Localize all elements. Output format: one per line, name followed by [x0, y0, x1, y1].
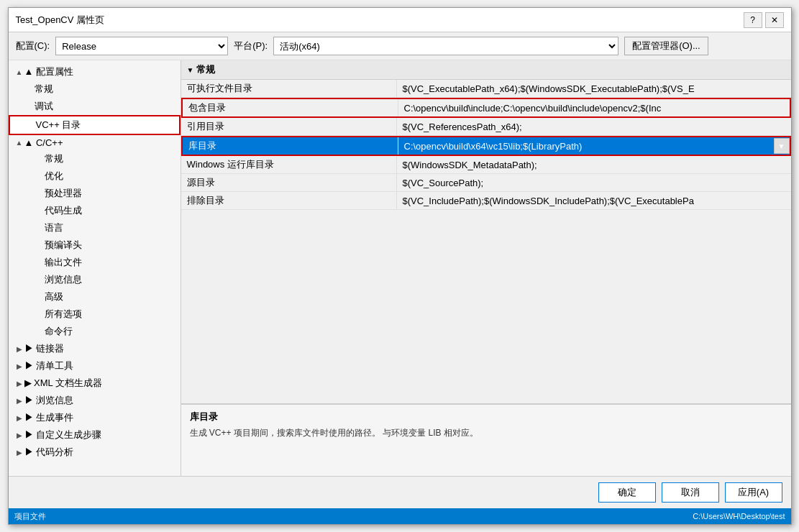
title-bar: Test_OpenCV 属性页 ? ✕	[9, 8, 791, 32]
tree-item-cpp-cmdline[interactable]: 命令行	[9, 323, 181, 340]
prop-name-win-runtime: Windows 运行库目录	[181, 156, 397, 173]
tree-item-cpp-lang[interactable]: 语言	[9, 219, 181, 237]
prop-row-win-runtime[interactable]: Windows 运行库目录$(WindowsSDK_MetadataPath);	[181, 156, 791, 174]
description-panel: 库目录 生成 VC++ 项目期间，搜索库文件时使用的路径。 与环境变量 LIB …	[181, 404, 791, 476]
prop-row-exec-path[interactable]: 可执行文件目录$(VC_ExecutablePath_x64);$(Window…	[181, 80, 791, 98]
prop-value-exclude-dirs: $(VC_IncludePath);$(WindowsSDK_IncludePa…	[397, 193, 791, 208]
status-left: 项目文件	[14, 511, 46, 522]
tree-item-xml-gen[interactable]: ▶▶ XML 文档生成器	[9, 375, 181, 392]
properties-dialog: Test_OpenCV 属性页 ? ✕ 配置(C): Release 平台(P)…	[8, 7, 792, 525]
tree-item-label: 语言	[45, 221, 63, 234]
prop-value-wrapper-include-dirs: C:\opencv\build\include;C:\opencv\build\…	[398, 99, 790, 116]
tree-arrow: ▶	[14, 397, 24, 405]
platform-label: 平台(P):	[234, 40, 268, 52]
tree-arrow: ▶	[14, 362, 24, 370]
tree-item-label: ▶ XML 文档生成器	[24, 377, 102, 390]
toolbar: 配置(C): Release 平台(P): 活动(x64) 配置管理器(O)..…	[9, 32, 791, 60]
tree-item-custom-build[interactable]: ▶▶ 自定义生成步骤	[9, 426, 181, 444]
tree-item-manifest[interactable]: ▶▶ 清单工具	[9, 357, 181, 375]
tree-item-browse-info[interactable]: ▶▶ 浏览信息	[9, 392, 181, 409]
tree-item-code-analysis[interactable]: ▶▶ 代码分析	[9, 444, 181, 461]
prop-value-include-dirs: C:\opencv\build\include;C:\opencv\build\…	[398, 101, 790, 116]
desc-text: 生成 VC++ 项目期间，搜索库文件时使用的路径。 与环境变量 LIB 相对应。	[190, 426, 782, 439]
status-bar: 项目文件 C:\Users\WH\Desktop\test	[9, 508, 791, 524]
tree-item-cpp-all[interactable]: 所有选项	[9, 306, 181, 323]
tree-item-config-props[interactable]: ▲▲ 配置属性	[9, 63, 181, 81]
tree-item-linker[interactable]: ▶▶ 链接器	[9, 340, 181, 357]
prop-value-win-runtime: $(WindowsSDK_MetadataPath);	[397, 157, 791, 173]
tree-item-label: ▲ 配置属性	[24, 65, 73, 78]
tree-item-label: 预处理器	[45, 187, 82, 200]
apply-button[interactable]: 应用(A)	[725, 482, 782, 503]
prop-dropdown-btn-lib-dirs[interactable]: ▼	[774, 138, 790, 154]
prop-value-source-dirs: $(VC_SourcePath);	[397, 175, 791, 191]
tree-item-label: 常规	[45, 152, 63, 165]
prop-value-ref-dirs: $(VC_ReferencesPath_x64);	[397, 119, 791, 134]
desc-title: 库目录	[190, 411, 782, 423]
tree-item-label: ▶ 代码分析	[24, 446, 74, 459]
tree-arrow: ▲	[14, 139, 24, 147]
main-content: ▲▲ 配置属性常规调试VC++ 目录▲▲ C/C++常规优化预处理器代码生成语言…	[9, 60, 791, 476]
prop-value-wrapper-win-runtime: $(WindowsSDK_MetadataPath);	[397, 156, 791, 173]
prop-name-lib-dirs: 库目录	[183, 137, 398, 155]
cancel-button[interactable]: 取消	[662, 482, 719, 503]
config-select[interactable]: Release	[55, 37, 228, 55]
tree-item-cpp-precomp[interactable]: 预编译头	[9, 237, 181, 254]
tree-item-label: 代码生成	[45, 204, 82, 217]
tree-item-label: 优化	[45, 170, 63, 183]
section-header-text: 常规	[196, 63, 215, 76]
prop-name-ref-dirs: 引用目录	[181, 118, 397, 135]
left-panel: ▲▲ 配置属性常规调试VC++ 目录▲▲ C/C++常规优化预处理器代码生成语言…	[9, 60, 181, 476]
tree-item-cpp-browse[interactable]: 浏览信息	[9, 271, 181, 288]
tree-arrow: ▶	[14, 449, 24, 457]
tree-item-label: 预编译头	[45, 239, 82, 252]
tree-item-label: 所有选项	[45, 308, 82, 321]
properties-table: 可执行文件目录$(VC_ExecutablePath_x64);$(Window…	[181, 80, 791, 404]
tree-item-cpp-optimize[interactable]: 优化	[9, 168, 181, 185]
tree-arrow: ▶	[14, 414, 24, 422]
section-header: ▼ 常规	[181, 60, 791, 80]
tree-item-cpp-codegen[interactable]: 代码生成	[9, 202, 181, 219]
prop-value-wrapper-lib-dirs: C:\opencv\build\x64\vc15\lib;$(LibraryPa…	[398, 137, 790, 155]
tree-item-label: ▶ 自定义生成步骤	[24, 428, 102, 441]
prop-value-wrapper-ref-dirs: $(VC_ReferencesPath_x64);	[397, 118, 791, 135]
tree-item-label: 高级	[45, 290, 63, 303]
tree-arrow: ▶	[14, 380, 24, 387]
tree-arrow: ▲	[14, 68, 24, 76]
help-button[interactable]: ?	[744, 12, 762, 28]
tree-item-cpp-preprocessor[interactable]: 预处理器	[9, 185, 181, 202]
tree-item-vc-dirs[interactable]: VC++ 目录	[9, 115, 181, 135]
prop-value-wrapper-exec-path: $(VC_ExecutablePath_x64);$(WindowsSDK_Ex…	[397, 80, 791, 97]
config-manager-button[interactable]: 配置管理器(O)...	[624, 37, 708, 55]
tree-item-cpp-general[interactable]: 常规	[9, 150, 181, 168]
prop-row-source-dirs[interactable]: 源目录$(VC_SourcePath);	[181, 174, 791, 192]
tree-item-label: ▶ 浏览信息	[24, 394, 74, 407]
section-arrow: ▼	[187, 66, 194, 74]
tree-item-label: ▶ 链接器	[24, 342, 65, 355]
title-bar-buttons: ? ✕	[744, 12, 784, 28]
prop-row-exclude-dirs[interactable]: 排除目录$(VC_IncludePath);$(WindowsSDK_Inclu…	[181, 192, 791, 210]
right-panel: ▼ 常规 可执行文件目录$(VC_ExecutablePath_x64);$(W…	[181, 60, 791, 476]
tree-item-label: ▶ 生成事件	[24, 411, 74, 424]
tree-item-label: ▲ C/C++	[24, 137, 63, 148]
tree-item-label: 常规	[35, 83, 53, 96]
tree-item-cpp-output[interactable]: 输出文件	[9, 254, 181, 271]
prop-row-lib-dirs[interactable]: 库目录C:\opencv\build\x64\vc15\lib;$(Librar…	[181, 136, 791, 156]
tree-item-debug[interactable]: 调试	[9, 98, 181, 115]
prop-value-exec-path: $(VC_ExecutablePath_x64);$(WindowsSDK_Ex…	[397, 81, 791, 96]
tree-item-build-events[interactable]: ▶▶ 生成事件	[9, 409, 181, 426]
config-label: 配置(C):	[16, 40, 50, 52]
platform-select[interactable]: 活动(x64)	[273, 37, 618, 55]
ok-button[interactable]: 确定	[598, 482, 656, 503]
tree-item-label: 输出文件	[45, 256, 82, 269]
tree-arrow: ▶	[14, 345, 24, 353]
dialog-title: Test_OpenCV 属性页	[16, 14, 105, 27]
tree-item-label: 调试	[35, 100, 53, 113]
prop-row-include-dirs[interactable]: 包含目录C:\opencv\build\include;C:\opencv\bu…	[181, 98, 791, 118]
tree-item-cpp[interactable]: ▲▲ C/C++	[9, 135, 181, 150]
tree-item-label: ▶ 清单工具	[24, 359, 74, 372]
close-button[interactable]: ✕	[765, 12, 784, 28]
tree-item-cpp-advanced[interactable]: 高级	[9, 288, 181, 306]
prop-row-ref-dirs[interactable]: 引用目录$(VC_ReferencesPath_x64);	[181, 118, 791, 136]
tree-item-general[interactable]: 常规	[9, 81, 181, 98]
